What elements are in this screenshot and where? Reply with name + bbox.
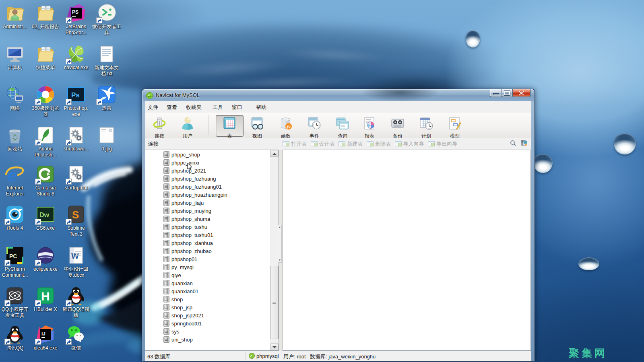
svg-text:fx: fx — [287, 124, 291, 129]
svg-text:Ps: Ps — [71, 91, 80, 99]
svg-text:S: S — [72, 209, 79, 221]
svg-text:H: H — [41, 290, 50, 303]
svg-text:W: W — [71, 251, 79, 260]
svg-text:PS: PS — [72, 9, 78, 15]
svg-text:Dw: Dw — [39, 212, 50, 218]
svg-text:IJ: IJ — [41, 331, 45, 337]
svg-text:PC: PC — [9, 253, 17, 259]
